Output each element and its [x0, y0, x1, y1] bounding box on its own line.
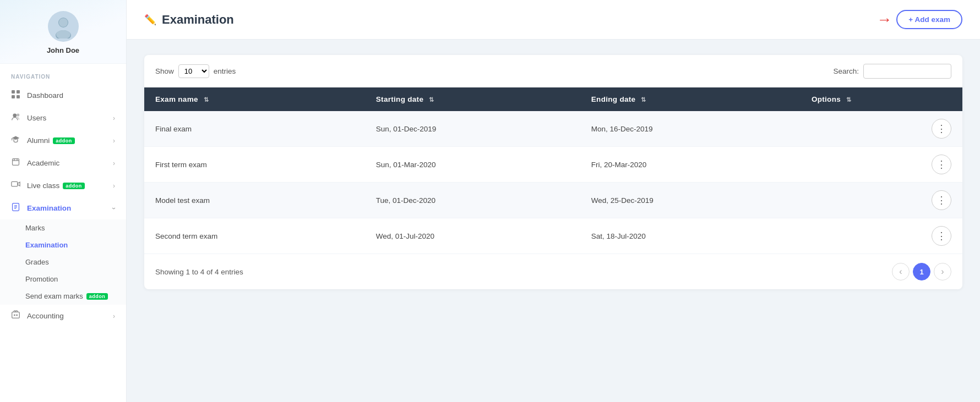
live-class-addon-badge: addon: [63, 183, 85, 189]
cell-options: ⋮: [801, 218, 962, 254]
table-header-row: Exam name ⇅ Starting date ⇅ Ending date …: [144, 87, 962, 111]
table-row: Final exam Sun, 01-Dec-2019 Mon, 16-Dec-…: [144, 111, 962, 147]
cell-options: ⋮: [801, 147, 962, 183]
svg-rect-21: [16, 315, 18, 316]
add-exam-button[interactable]: + Add exam: [896, 10, 962, 29]
table-wrapper: Show 10 25 50 100 entries Search:: [144, 55, 962, 289]
showing-text: Showing 1 to 4 of 4 entries: [155, 268, 243, 276]
col-exam-name: Exam name ⇅: [144, 87, 365, 111]
row-options-button-2[interactable]: ⋮: [932, 190, 951, 210]
sub-nav-grades[interactable]: Grades: [0, 254, 126, 271]
examination-icon: [11, 202, 20, 214]
search-label: Search:: [833, 67, 859, 75]
sub-nav-send-exam-marks[interactable]: Send exam marks addon: [0, 288, 126, 305]
sub-nav-marks-label: Marks: [25, 224, 45, 232]
main-content: ✏️ Examination → + Add exam Show 10 25 5…: [127, 0, 980, 402]
svg-point-9: [17, 114, 19, 117]
sidebar-item-label-examination: Examination: [27, 204, 71, 212]
sub-nav-promotion-label: Promotion: [25, 275, 58, 283]
dashboard-icon: [11, 90, 20, 101]
alumni-chevron: ›: [113, 137, 115, 145]
alumni-addon-badge: addon: [53, 137, 75, 144]
sidebar-item-users[interactable]: Users ›: [0, 107, 126, 129]
cell-exam-name: Second term exam: [144, 218, 365, 254]
svg-rect-5: [17, 90, 20, 93]
col-ending-date: Ending date ⇅: [580, 87, 801, 111]
table-row: Model test exam Tue, 01-Dec-2020 Wed, 25…: [144, 183, 962, 218]
row-options-button-1[interactable]: ⋮: [932, 155, 951, 174]
send-exam-marks-addon-badge: addon: [86, 293, 108, 300]
table-row: Second term exam Wed, 01-Jul-2020 Sat, 1…: [144, 218, 962, 254]
cell-exam-name: Model test exam: [144, 183, 365, 218]
sidebar: John Doe NAVIGATION Dashboard Users › Al…: [0, 0, 127, 402]
cell-exam-name: Final exam: [144, 111, 365, 147]
col-options: Options ⇅: [801, 87, 962, 111]
avatar: [48, 11, 79, 42]
cell-options: ⋮: [801, 111, 962, 147]
nav-section-label: NAVIGATION: [0, 64, 126, 84]
sidebar-item-examination[interactable]: Examination ›: [0, 197, 126, 219]
sidebar-item-label-alumni: Alumni: [27, 136, 50, 145]
table-controls: Show 10 25 50 100 entries Search:: [144, 55, 962, 87]
sidebar-item-label-academic: Academic: [27, 159, 59, 167]
sidebar-item-label-accounting: Accounting: [27, 312, 64, 320]
page-title: Examination: [162, 13, 234, 27]
col-options-sort-icon[interactable]: ⇅: [846, 96, 851, 103]
users-icon: [11, 112, 20, 124]
cell-options: ⋮: [801, 183, 962, 218]
next-page-button[interactable]: ›: [934, 263, 951, 280]
pagination: ‹ 1 ›: [892, 263, 951, 280]
entries-label: entries: [214, 67, 236, 75]
live-class-icon: [11, 180, 20, 191]
search-wrap: Search:: [833, 64, 951, 79]
sub-nav-examination[interactable]: Examination: [0, 236, 126, 254]
academic-icon: [11, 157, 20, 169]
row-options-button-3[interactable]: ⋮: [932, 226, 951, 246]
alumni-icon: [11, 135, 20, 146]
show-entries: Show 10 25 50 100 entries: [155, 64, 236, 78]
sidebar-item-accounting[interactable]: Accounting ›: [0, 305, 126, 327]
sidebar-item-dashboard[interactable]: Dashboard: [0, 84, 126, 107]
cell-starting-date: Sun, 01-Dec-2019: [365, 111, 580, 147]
svg-rect-7: [17, 95, 20, 98]
svg-point-2: [59, 18, 68, 27]
accounting-icon: [11, 310, 20, 322]
page-title-icon: ✏️: [144, 14, 156, 26]
sub-nav-marks[interactable]: Marks: [0, 219, 126, 236]
svg-rect-10: [13, 159, 19, 166]
show-label: Show: [155, 67, 174, 75]
svg-rect-4: [12, 90, 15, 93]
content-area: Show 10 25 50 100 entries Search:: [127, 40, 980, 402]
col-starting-date: Starting date ⇅: [365, 87, 580, 111]
sidebar-item-live-class[interactable]: Live class addon ›: [0, 174, 126, 197]
sidebar-item-label-live-class: Live class: [27, 181, 59, 190]
row-options-button-0[interactable]: ⋮: [932, 119, 951, 139]
svg-rect-20: [14, 315, 15, 316]
prev-page-button[interactable]: ‹: [892, 263, 910, 280]
cell-starting-date: Sun, 01-Mar-2020: [365, 147, 580, 183]
col-starting-date-sort-icon[interactable]: ⇅: [429, 96, 434, 103]
sidebar-item-alumni[interactable]: Alumni addon ›: [0, 129, 126, 152]
table-row: First term exam Sun, 01-Mar-2020 Fri, 20…: [144, 147, 962, 183]
sidebar-item-label-users: Users: [27, 114, 46, 122]
sub-nav-send-exam-marks-label: Send exam marks: [25, 292, 83, 300]
entries-select[interactable]: 10 25 50 100: [178, 64, 209, 78]
exam-table: Exam name ⇅ Starting date ⇅ Ending date …: [144, 87, 962, 254]
svg-rect-19: [12, 312, 20, 318]
search-input[interactable]: [863, 64, 951, 79]
examination-chevron: ›: [110, 207, 118, 210]
page-1-button[interactable]: 1: [913, 263, 930, 280]
red-arrow-icon: →: [876, 11, 892, 29]
sub-nav-grades-label: Grades: [25, 258, 49, 266]
accounting-chevron: ›: [113, 312, 115, 320]
sidebar-item-academic[interactable]: Academic ›: [0, 152, 126, 174]
col-exam-name-sort-icon[interactable]: ⇅: [204, 96, 209, 103]
page-header: ✏️ Examination → + Add exam: [127, 0, 980, 40]
live-class-chevron: ›: [113, 182, 115, 190]
sub-nav-promotion[interactable]: Promotion: [0, 271, 126, 288]
cell-ending-date: Fri, 20-Mar-2020: [580, 147, 801, 183]
cell-starting-date: Wed, 01-Jul-2020: [365, 218, 580, 254]
cell-ending-date: Mon, 16-Dec-2019: [580, 111, 801, 147]
cell-exam-name: First term exam: [144, 147, 365, 183]
col-ending-date-sort-icon[interactable]: ⇅: [641, 96, 646, 103]
